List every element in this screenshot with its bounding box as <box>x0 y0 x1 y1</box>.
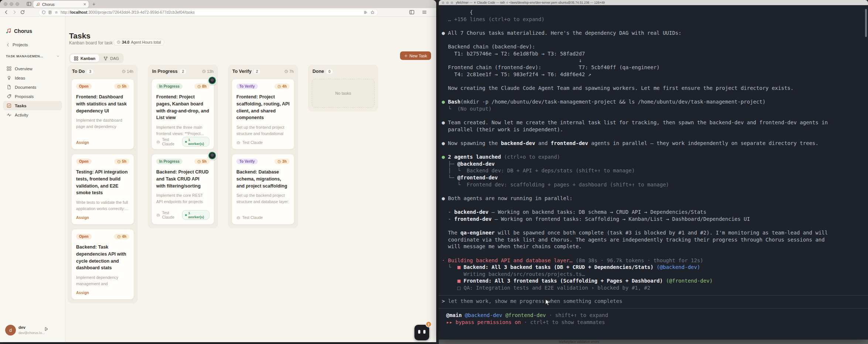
hours-value: 4h <box>282 84 287 88</box>
hours-value: 8h <box>202 84 206 88</box>
claude-assignee-label: Test Claude <box>162 210 182 219</box>
reload-button-icon[interactable] <box>20 10 25 15</box>
column-hours: 14h <box>122 69 133 74</box>
sidebar-item-label: Proposals <box>15 94 34 99</box>
workspace-selector[interactable]: TASK MANAGEMEN... <box>6 54 60 58</box>
terminal-line <box>442 23 867 30</box>
terminal-zoom-button[interactable] <box>451 1 453 4</box>
sidebar-item-ideas[interactable]: Ideas <box>3 73 62 82</box>
task-card[interactable]: In Progress8hFrontend: Project pages, Ka… <box>151 79 214 149</box>
sidebar-item-tasks[interactable]: Tasks <box>3 101 62 110</box>
claude-assignee: Test Claude <box>156 210 182 219</box>
terminal-line <box>442 250 867 257</box>
terminal-line <box>442 92 867 99</box>
status-badge: Open <box>76 159 92 164</box>
window-minimize-button[interactable] <box>10 2 13 6</box>
status-badge: To Verify <box>236 84 258 89</box>
browser-tab[interactable]: Chorus × <box>33 1 89 8</box>
sidebar-item-activity[interactable]: Activity <box>3 110 62 119</box>
hours-badge: 8h <box>194 84 209 89</box>
terminal-line <box>442 37 867 44</box>
task-card-footer: Test Claude1 worker(s) <box>156 137 209 146</box>
task-card[interactable]: To Verify4hFrontend: Project scaffolding… <box>232 79 294 149</box>
app-menu-icon[interactable] <box>422 10 427 15</box>
task-title: Frontend: Project scaffolding, routing, … <box>236 94 290 121</box>
sidebar-toggle-icon[interactable] <box>409 10 414 15</box>
task-card[interactable]: Open5hTesting: API integration tests, fr… <box>71 154 134 225</box>
task-title: Backend: Task dependencies API with cycl… <box>76 244 129 272</box>
sidebar-item-proposals[interactable]: Proposals <box>3 92 62 101</box>
terminal-scrollbar[interactable] <box>865 9 867 37</box>
back-to-projects[interactable]: Projects <box>6 43 28 47</box>
green-dot-icon <box>185 214 187 216</box>
task-card[interactable]: In Progress5hBackend: Project CRUD and T… <box>151 154 214 225</box>
back-arrow-icon <box>6 43 10 47</box>
task-card[interactable]: To Verify3hBackend: Database schema, mig… <box>232 154 294 225</box>
kanban-column-to-do: To Do314hOpen5hFrontend: Dashboard with … <box>68 65 138 303</box>
reader-mode-icon[interactable] <box>363 10 368 14</box>
clock-icon <box>117 40 120 44</box>
terminal-line <box>442 78 867 85</box>
badge-row: To Verify3h <box>236 159 290 164</box>
tab-dag[interactable]: DAG <box>100 54 123 62</box>
tab-kanban[interactable]: Kanban <box>70 54 99 62</box>
new-task-button[interactable]: New Task <box>400 51 431 60</box>
task-card[interactable]: Open4hBackend: Task dependencies API wit… <box>71 229 134 300</box>
desktop: Marketplace validation errors Chorus × + <box>0 0 868 344</box>
clock-icon <box>202 70 206 73</box>
check-icon <box>7 103 11 108</box>
column-name: To Do <box>72 69 85 74</box>
task-description: Implement dependency management and dash… <box>76 274 129 287</box>
new-tab-button[interactable]: + <box>92 1 95 7</box>
terminal-minimize-button[interactable] <box>446 1 449 4</box>
url-bar[interactable]: http://localhost:3000/projects/72643dd4-… <box>39 9 377 16</box>
hours-badge: 4h <box>274 84 290 89</box>
back-button-icon[interactable] <box>4 10 9 15</box>
task-description: Set up the frontend project structure an… <box>236 124 290 137</box>
close-tab-icon[interactable]: × <box>83 2 86 7</box>
window-close-button[interactable] <box>4 2 7 6</box>
sidebar-nav: OverviewIdeasDocumentsProposalsTasksActi… <box>3 64 62 119</box>
claude-mascot-widget[interactable] <box>414 325 429 340</box>
chorus-logo-icon <box>5 28 11 34</box>
clock-icon <box>122 70 126 73</box>
assign-link[interactable]: Assign <box>76 215 89 220</box>
terminal-line: Backend chain (backend-dev): <box>442 43 867 50</box>
terminal-title: yfelchner — ✳ Claude Code — ssh -i ~/aws… <box>456 0 864 5</box>
forward-button-icon[interactable] <box>12 10 17 15</box>
page-info-icon[interactable] <box>48 10 52 14</box>
column-count-badge: 3 <box>87 69 93 74</box>
terminal-line: will message me when their chains comple… <box>442 243 867 250</box>
window-zoom-button[interactable] <box>16 2 19 6</box>
terminal-window: yfelchner — ✳ Claude Code — ssh -i ~/aws… <box>439 0 868 340</box>
assign-link[interactable]: Assign <box>76 140 89 145</box>
task-title: Backend: Project CRUD and Task CRUD API … <box>156 169 209 189</box>
terminal-line: └ ■ Backend: All 3 backend tasks (DB + C… <box>442 264 867 271</box>
bookmark-star-icon[interactable] <box>370 10 375 14</box>
claude-assignee-label: Test Claude <box>242 140 263 145</box>
tracking-shield-icon[interactable] <box>42 10 46 14</box>
logout-icon[interactable] <box>44 327 49 331</box>
terminal-output: { … +156 lines (ctrl+o to expand)● All 7… <box>442 9 867 291</box>
terminal-input[interactable]: > let them work, show me progress when s… <box>442 298 622 304</box>
terminal-line: □ QA: Integration tests and E2E validati… <box>442 284 867 291</box>
sidebar-item-overview[interactable]: Overview <box>3 64 62 73</box>
back-label: Projects <box>13 43 28 47</box>
task-description: Implement the dashboard page and depende… <box>76 117 129 130</box>
badge-row: Open5h <box>76 159 129 164</box>
kanban-column-in-progress: In Progress213hIn Progress8hFrontend: Pr… <box>148 65 218 228</box>
task-card-body: Open5hTesting: API integration tests, fr… <box>76 159 129 215</box>
assign-link[interactable]: Assign <box>76 290 89 295</box>
terminal-close-button[interactable] <box>442 1 444 4</box>
claude-assignee: Test Claude <box>156 137 182 146</box>
task-card[interactable]: Open5hFrontend: Dashboard with statistic… <box>71 79 134 149</box>
sidebar-item-documents[interactable]: Documents <box>3 82 62 92</box>
permissions-status-line: ▸▸ bypass permissions on · ctrl+t to sho… <box>446 319 605 325</box>
tab-overview-icon[interactable] <box>27 1 31 6</box>
task-card-footer: Assign <box>76 290 129 295</box>
column-header: Done0 <box>312 68 375 74</box>
column-hours-text: 13h <box>207 69 213 74</box>
avatar: d <box>5 325 16 335</box>
column-hours: 7h <box>284 69 294 74</box>
hours-value: 3h <box>282 159 287 163</box>
